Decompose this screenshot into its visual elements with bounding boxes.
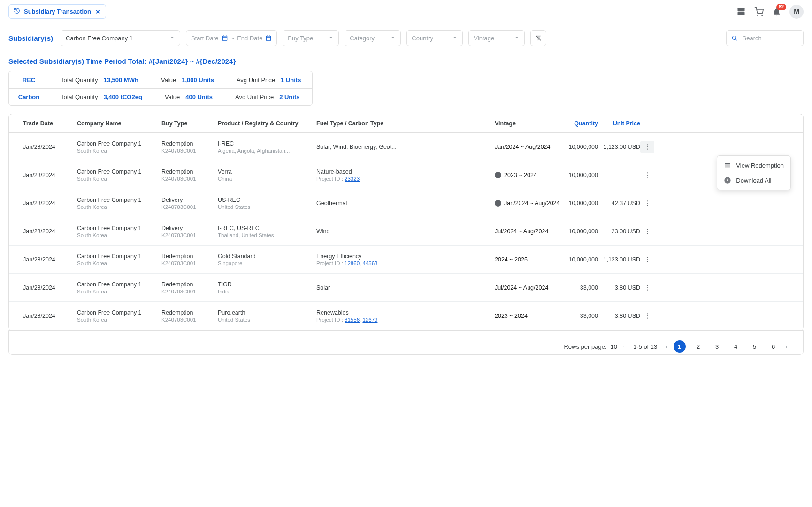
buy-code: K240703C001 [161,204,218,210]
chevron-down-icon [328,35,334,42]
trade-date: Jan/28/2024 [23,200,77,207]
trade-date: Jan/28/2024 [23,313,77,319]
topbar: Subsidiary Transaction × 82 M [0,0,812,23]
summary-value-label: Value [165,93,180,100]
tab-subsidiary-transaction[interactable]: Subsidiary Transaction × [8,4,106,19]
vintage-value: 2023 ~ 2024 [495,313,528,319]
date-range-picker[interactable]: Start Date ~ End Date [186,30,277,46]
product-country: United States [218,317,316,323]
page-range: 1-5 of 13 [633,343,657,350]
category-placeholder: Category [350,35,375,42]
th-product: Product / Registry & Country [218,120,316,127]
history-icon [14,8,20,15]
svg-rect-0 [738,8,745,11]
chevron-down-icon [621,343,627,350]
prev-page-button[interactable]: ‹ [664,343,669,350]
cart-icon[interactable] [754,7,764,17]
next-page-button[interactable]: › [783,343,789,350]
end-date-placeholder: End Date [237,35,262,42]
row-actions-button[interactable] [640,225,654,238]
row-actions-button[interactable] [640,254,654,266]
trade-date: Jan/28/2024 [23,256,77,263]
fuel-type: Solar, Wind, Bioenergy, Geot... [316,144,495,150]
svg-point-26 [647,313,648,314]
country-select[interactable]: Country [406,30,463,46]
subsidiary-value: Carbon Free Company 1 [66,35,133,42]
svg-point-9 [647,148,648,149]
svg-point-28 [647,318,648,319]
unit-price-value: 1,123.00 USD [598,256,640,263]
subsidiary-select[interactable]: Carbon Free Company 1 [61,30,180,46]
search-box[interactable] [726,30,804,46]
buy-type-select[interactable]: Buy Type [283,30,339,46]
calendar-icon [265,35,272,41]
project-id-link[interactable]: 31556 [345,317,360,323]
company-name: Carbon Free Company 1 [77,197,161,203]
download-all-item[interactable]: Download All [717,173,790,188]
th-vintage: Vintage [495,120,560,127]
table-row: Jan/28/2024Carbon Free Company 1South Ko… [9,246,803,274]
row-actions-button[interactable] [640,141,654,153]
widget-icon[interactable] [736,7,746,17]
project-id-link[interactable]: 12679 [362,317,377,323]
info-icon[interactable] [495,200,501,207]
svg-point-11 [647,172,648,173]
summary-avg-value: 2 Units [279,93,299,100]
calendar-icon [222,35,228,41]
category-select[interactable]: Category [345,30,401,46]
th-unit-price[interactable]: Unit Price [598,120,640,127]
unit-price-value: 3.80 USD [598,284,640,291]
row-actions-button[interactable] [640,310,654,322]
page-number-1[interactable]: 1 [674,340,686,353]
svg-point-13 [647,177,648,177]
buy-type: Delivery [161,225,218,231]
quantity-value: 10,000,000 [560,228,598,235]
page-number-5[interactable]: 5 [749,340,761,353]
table-row: Jan/28/2024Carbon Free Company 1South Ko… [9,302,803,330]
chevron-down-icon [390,35,396,42]
company-name: Carbon Free Company 1 [77,140,161,147]
vintage-value: Jan/2024 ~ Aug/2024 [504,200,560,207]
th-quantity[interactable]: Quantity [560,120,598,127]
trade-date: Jan/28/2024 [23,228,77,235]
buy-code: K240703C001 [161,232,218,238]
buy-code: K240703C001 [161,261,218,266]
unit-price-value: 23.00 USD [598,228,640,235]
rows-per-page[interactable]: Rows per page: 10 [564,343,627,350]
summary-value-value: 400 Units [185,93,213,100]
clear-filters-button[interactable] [530,30,546,46]
trade-date: Jan/28/2024 [23,172,77,178]
start-date-placeholder: Start Date [191,35,219,42]
start-date-field[interactable]: Start Date [191,35,228,42]
search-input[interactable] [742,34,798,42]
page-number-4[interactable]: 4 [730,340,742,353]
fuel-type: Geothermal [316,200,495,207]
tab-title: Subsidiary Transaction [24,8,91,15]
quantity-value: 10,000,000 [560,144,598,150]
info-icon[interactable] [495,172,501,178]
project-id-link[interactable]: 12860 [345,261,360,266]
row-actions-button[interactable] [640,282,654,294]
svg-point-19 [647,233,648,234]
bell-icon[interactable]: 82 [772,7,782,17]
svg-point-8 [647,146,648,147]
view-redemption-item[interactable]: View Redemption [717,158,790,173]
page-number-2[interactable]: 2 [692,340,705,353]
page-number-3[interactable]: 3 [711,340,723,353]
project-id-link[interactable]: 23323 [345,176,360,182]
product-country: Thailand, United States [218,232,316,238]
vintage-select[interactable]: Vintage [468,30,525,46]
company-country: South Korea [77,176,161,182]
page-number-6[interactable]: 6 [767,340,780,353]
summary-category: REC [9,71,49,88]
row-actions-button[interactable] [640,169,654,181]
close-icon[interactable]: × [95,8,101,15]
buy-type: Redemption [161,140,218,147]
fuel-type: Wind [316,228,495,235]
avatar[interactable]: M [789,5,804,19]
project-id-link[interactable]: 44563 [362,261,377,266]
row-actions-menu: View RedemptionDownload All [717,155,791,190]
row-actions-button[interactable] [640,197,654,209]
svg-point-5 [732,36,736,39]
end-date-field[interactable]: End Date [237,35,272,42]
